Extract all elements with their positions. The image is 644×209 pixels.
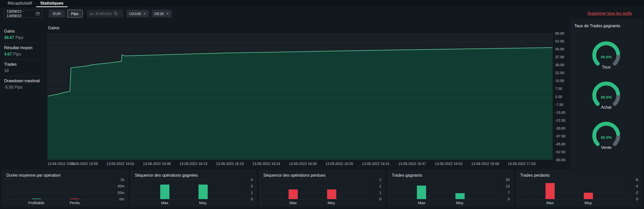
mini-chart-body: MaxMoy. 4310 [135, 180, 253, 205]
x-tick-label: 13.09.2022 15:56 [70, 162, 98, 166]
mini-tick-label: 0 [636, 197, 638, 201]
mini-chart-left: MaxMoy. [392, 180, 498, 205]
asset-tag-label: US100 [129, 11, 141, 16]
y-tick-label: -15.00 [555, 110, 565, 115]
mini-chart-panel: Trades gagnants MaxMoy. 201370 [388, 170, 513, 206]
mini-bar-label: Max [418, 201, 425, 205]
stat-value-row: 46.67 Pips [4, 35, 44, 40]
date-range-input[interactable]: 13/09/22 - 13/09/22 [4, 10, 42, 18]
asset-tag-label: DE30 [154, 11, 164, 16]
filter-bar: 13/09/22 - 13/09/22 EUR Pips ex: EURUSD … [0, 7, 644, 20]
mini-tick-label: 0m [119, 197, 124, 201]
y-tick-label: 37.50 [555, 55, 564, 59]
tab-recapitulatif[interactable]: Récapitulatif [4, 0, 36, 7]
mini-tick-label: 7 [508, 191, 510, 195]
mini-chart-ticks: 201370 [499, 180, 510, 199]
y-tick-label: -52.50 [555, 150, 565, 154]
gridline [392, 180, 498, 180]
remove-tag-icon[interactable]: ✕ [166, 12, 169, 16]
gridline [135, 186, 241, 186]
mini-bar-moy [455, 193, 465, 199]
mini-chart-title: Séquence des opérations perdues [263, 173, 381, 178]
mini-chart-body: MaxMoy. 201370 [392, 180, 510, 205]
tab-statistiques[interactable]: Statistiques [36, 0, 68, 7]
mini-tick-label: 13 [506, 184, 510, 188]
mini-chart-categories: MaxMoy. [135, 199, 241, 205]
mini-tick-label: 0 [508, 197, 510, 201]
stat-label: Résultat moyen [4, 46, 44, 50]
mini-tick-label: 0 [251, 197, 253, 201]
mini-tick-label: 3 [251, 184, 253, 188]
asset-tag[interactable]: US100 ✕ [127, 10, 149, 18]
mini-tick-label: 4 [251, 178, 253, 182]
y-tick-label: -45.00 [555, 142, 565, 146]
mini-chart-plot [135, 180, 241, 199]
mini-chart-panel: Séquence des opérations perdues MaxMoy. … [259, 170, 385, 206]
delete-all-assets-link[interactable]: Supprimer tous les actifs [587, 11, 632, 16]
y-tick-label: 0.00 [555, 95, 562, 99]
gridline [520, 186, 627, 186]
mini-tick-label: -4 [635, 184, 638, 188]
mini-chart-title: Durée moyenne par opération [6, 173, 124, 178]
mini-chart-categories: MaxMoy. [263, 199, 370, 205]
asset-tag[interactable]: DE30 ✕ [152, 10, 172, 18]
mini-charts-row: Durée moyenne par opération ProfitablePe… [0, 169, 644, 209]
x-tick-label: 13.09.2022 16:19 [216, 162, 244, 166]
mini-bar-max [160, 185, 169, 199]
gains-area-chart[interactable] [47, 33, 553, 160]
asset-tags: US100 ✕ DE30 ✕ [127, 10, 172, 18]
gridline [135, 193, 241, 193]
remove-tag-icon[interactable]: ✕ [143, 12, 146, 16]
y-tick-label: -60.00 [555, 158, 565, 162]
calendar-icon[interactable] [36, 11, 40, 16]
asset-search-input[interactable]: ex: EURUSD [87, 10, 123, 18]
currency-button[interactable]: EUR [49, 10, 65, 18]
chart-title: Gains [48, 25, 567, 31]
mini-chart-title: Trades gagnants [392, 173, 510, 178]
mini-tick-label: 1 [379, 191, 381, 195]
gauge-percent: 80.0% [590, 39, 622, 71]
x-tick-label: 13.09.2022 16:02 [106, 162, 134, 166]
y-tick-label: 22.50 [555, 71, 564, 75]
mini-bar-label: Moy. [456, 201, 464, 205]
gridline [263, 186, 370, 186]
mini-chart-categories: ProfitablePerdu [6, 199, 113, 205]
mini-chart-ticks: -6-4-20 [627, 180, 638, 199]
x-tick-label: 13.09.2022 16:52 [435, 162, 463, 166]
gridline [263, 193, 370, 193]
y-tick-label: -37.50 [555, 134, 565, 138]
stat-item: Résultat moyen 4.67 Pips [4, 43, 44, 60]
mini-bar-moy [584, 193, 593, 199]
x-tick-label: 13.09.2022 16:35 [325, 162, 353, 166]
mini-chart-left: ProfitablePerdu [6, 180, 113, 205]
x-tick-label: 13.09.2022 16:47 [398, 162, 426, 166]
gridline [6, 186, 113, 186]
stat-value-row: 4.67 Pips [4, 52, 44, 57]
win-rate-title: Taux de Trades gagnants [574, 24, 638, 28]
mini-bar-max [417, 186, 426, 199]
mini-chart-categories: MaxMoy. [520, 199, 627, 205]
mini-bar-label: Profitable [28, 201, 44, 205]
y-tick-label: 60.00 [555, 31, 564, 35]
mini-chart-panel: Séquence des opérations gagnées MaxMoy. … [131, 170, 256, 206]
stat-value: 46.67 [4, 35, 14, 40]
stats-sidebar: Gains 46.67 Pips Résultat moyen 4.67 Pip… [4, 20, 44, 169]
mini-tick-label: 20m [117, 191, 124, 195]
gauges-list: 80.0% Tous 80.0% Achat 80.0% Vente [574, 39, 638, 150]
gauge-arc: 80.0% [590, 39, 622, 71]
gridline [6, 193, 113, 193]
mini-bar-label: Perdu [70, 201, 80, 205]
mini-chart-ticks: 4310 [242, 180, 253, 199]
win-rate-panel: Taux de Trades gagnants 80.0% Tous 80.0%… [571, 20, 642, 169]
gridline [6, 180, 113, 180]
mini-chart-categories: MaxMoy. [392, 199, 498, 205]
x-tick-label: 13.09.2022 16:30 [289, 162, 317, 166]
mini-chart-body: MaxMoy. 2110 [263, 180, 381, 205]
stat-label: Drawdown maximal [4, 79, 44, 83]
mini-chart-panel: Durée moyenne par opération ProfitablePe… [3, 170, 128, 206]
mini-bar-label: Moy. [199, 201, 207, 205]
mini-chart-left: MaxMoy. [263, 180, 370, 205]
plot-row: 60.0052.5045.0037.5030.0022.5015.007.500… [47, 33, 567, 160]
unit-pips-button[interactable]: Pips [67, 10, 83, 18]
mini-tick-label: 20 [506, 178, 510, 182]
